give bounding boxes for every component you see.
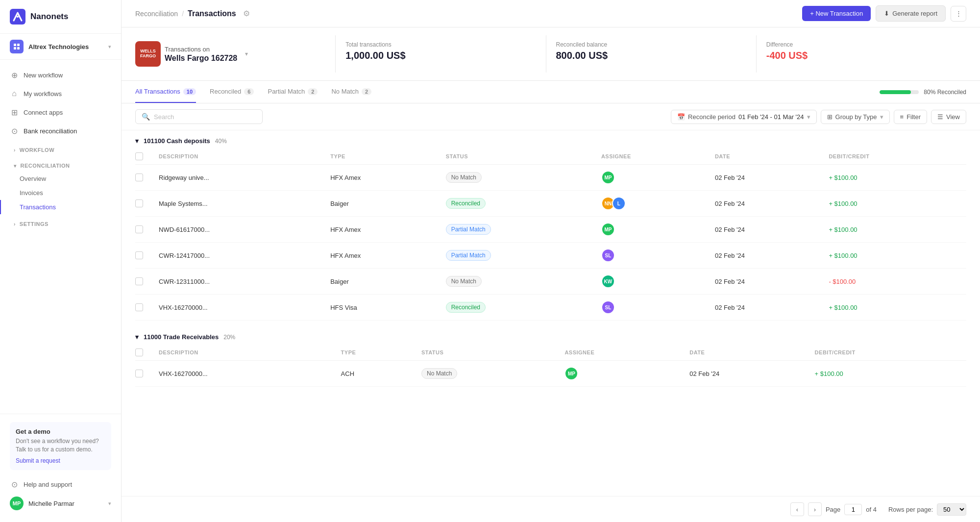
workflow-section: › WORKFLOW (0, 142, 121, 158)
table-row[interactable]: NWD-61617000... HFX Amex Partial Match M… (135, 217, 966, 243)
assignee-avatars: MP (601, 171, 703, 184)
group-chevron-icon: ▾ (135, 333, 139, 341)
debit-credit-header: DEBIT/CREDIT (823, 149, 966, 165)
workflow-section-header[interactable]: › WORKFLOW (0, 144, 121, 156)
workflow-section-label: WORKFLOW (20, 147, 54, 153)
sidebar-bottom: Get a demo Don't see a workflow you need… (0, 414, 121, 522)
row-checkbox[interactable] (135, 277, 143, 285)
table-header-row: DESCRIPTION TYPE STATUS ASSIGNEE DATE DE… (135, 345, 966, 361)
new-transaction-button[interactable]: + New Transaction (802, 6, 871, 21)
sidebar-item-my-workflows[interactable]: ⌂ My workflows (0, 84, 121, 103)
status-badge: No Match (421, 368, 457, 379)
row-checkbox[interactable] (135, 303, 143, 311)
pagination: ‹ › Page of 4 Rows per page: 50 25 100 (122, 496, 980, 522)
assignee-cell: MP (595, 165, 709, 191)
rows-per-page-select[interactable]: 50 25 100 (937, 503, 966, 516)
date-cell: 02 Feb '24 (709, 165, 823, 191)
reconciliation-section-header[interactable]: ▾ RECONCILIATION (0, 160, 121, 172)
settings-section-header[interactable]: › SETTINGS (0, 218, 121, 230)
reconcile-period-button[interactable]: 📅 Reconcile period 01 Feb '24 - 01 Mar '… (671, 110, 816, 124)
bank-dropdown[interactable]: WELLSFARGO Transactions on Wells Fargo 1… (135, 41, 248, 67)
reconciled-balance-card: Reconciled balance 800.00 US$ (546, 35, 757, 73)
next-page-button[interactable]: › (808, 502, 822, 516)
sidebar-logo: Nanonets (0, 0, 121, 34)
user-profile-item[interactable]: MP Michelle Parmar ▾ (10, 493, 111, 514)
date-header: DATE (684, 345, 808, 361)
status-cell: No Match (440, 269, 595, 295)
bank-logo-text: WELLSFARGO (140, 49, 156, 59)
description-cell: VHX-16270000... (153, 361, 335, 387)
progress-bar (880, 90, 919, 94)
sidebar-item-new-workflow[interactable]: ⊕ New workflow (0, 66, 121, 84)
table-container: ▾ 101100 Cash deposits 40% DESCRIPTION T… (122, 130, 980, 496)
select-all-checkbox[interactable] (135, 152, 143, 160)
group-cash-deposits[interactable]: ▾ 101100 Cash deposits 40% (135, 130, 966, 149)
table-row[interactable]: CWR-12417000... HFX Amex Partial Match S… (135, 243, 966, 269)
sidebar-item-transactions[interactable]: Transactions (0, 200, 121, 214)
help-icon: ⊙ (10, 480, 19, 489)
submit-request-link[interactable]: Submit a request (16, 457, 60, 464)
reconciled-progress: 80% Reconciled (880, 89, 966, 96)
description-header: DESCRIPTION (153, 345, 335, 361)
reconciliation-section-label: RECONCILIATION (21, 163, 70, 169)
header-actions: + New Transaction ⬇ Generate report ⋮ (802, 5, 966, 22)
svg-rect-2 (14, 44, 16, 46)
breadcrumb-parent[interactable]: Reconciliation (135, 10, 178, 18)
sidebar-item-label: My workflows (24, 90, 62, 98)
amount-value: + $100.00 (815, 370, 843, 377)
table-row[interactable]: CWR-12311000... Baiger No Match KW 02 Fe… (135, 269, 966, 295)
assignee-avatars: SL (601, 249, 703, 262)
row-checkbox[interactable] (135, 174, 143, 181)
row-checkbox[interactable] (135, 370, 143, 377)
total-transactions-card: Total transactions 1,000.00 US$ (336, 35, 546, 73)
help-and-support-item[interactable]: ⊙ Help and support (10, 476, 111, 493)
row-checkbox[interactable] (135, 225, 143, 233)
wells-fargo-logo: WELLSFARGO (135, 41, 161, 67)
nav-section: ⊕ New workflow ⌂ My workflows ⊞ Connect … (0, 64, 121, 142)
demo-title: Get a demo (16, 428, 105, 435)
type-cell: HFX Amex (324, 165, 440, 191)
table-header-row: DESCRIPTION TYPE STATUS ASSIGNEE DATE DE… (135, 149, 966, 165)
page-input[interactable] (844, 504, 862, 515)
view-button[interactable]: ☰ View (931, 110, 966, 124)
dropdown-chevron-icon: ▾ (245, 50, 248, 57)
sidebar-item-invoices[interactable]: Invoices (0, 186, 121, 200)
of-pages: of 4 (866, 506, 877, 513)
filter-button[interactable]: ≡ Filter (894, 110, 927, 124)
sidebar-item-connect-apps[interactable]: ⊞ Connect apps (0, 103, 121, 122)
status-cell: Reconciled (440, 191, 595, 217)
tab-no-match[interactable]: No Match 2 (331, 81, 371, 103)
home-icon: ⌂ (10, 89, 19, 98)
table-row[interactable]: Maple Systems... Baiger Reconciled NNL 0… (135, 191, 966, 217)
row-checkbox[interactable] (135, 199, 143, 207)
assignee-header: ASSIGNEE (595, 149, 709, 165)
difference-value: -400 US$ (766, 50, 956, 61)
assignee-avatars: MP (601, 223, 703, 236)
settings-icon[interactable]: ⚙ (243, 9, 250, 18)
tab-partial-match[interactable]: Partial Match 2 (268, 81, 318, 103)
sidebar-item-label: Bank reconciliation (24, 127, 77, 135)
table-row[interactable]: VHX-16270000... ACH No Match MP 02 Feb '… (135, 361, 966, 387)
sidebar-item-bank-reconciliation[interactable]: ⊙ Bank reconciliation (0, 122, 121, 140)
select-all-checkbox[interactable] (135, 348, 143, 356)
more-options-button[interactable]: ⋮ (951, 6, 966, 22)
assignee-cell: MP (559, 361, 684, 387)
group-by-type-button[interactable]: ⊞ Group by Type ▾ (821, 110, 890, 124)
tabs-bar: All Transactions 10 Reconciled 6 Partial… (122, 81, 980, 103)
avatar: SL (601, 300, 615, 314)
row-checkbox[interactable] (135, 251, 143, 259)
tab-reconciled[interactable]: Reconciled 6 (210, 81, 254, 103)
group-trade-receivables[interactable]: ▾ 11000 Trade Receivables 20% (135, 326, 966, 345)
table-row[interactable]: VHX-16270000... HFS Visa Reconciled SL 0… (135, 295, 966, 321)
tab-all-transactions[interactable]: All Transactions 10 (135, 81, 196, 103)
breadcrumb: Reconciliation / Transactions ⚙ (135, 9, 250, 18)
search-input[interactable] (154, 113, 256, 121)
description-header: DESCRIPTION (153, 149, 324, 165)
prev-page-button[interactable]: ‹ (790, 502, 804, 516)
search-box[interactable]: 🔍 (135, 109, 263, 124)
generate-report-button[interactable]: ⬇ Generate report (876, 5, 946, 22)
assignee-cell: SL (595, 295, 709, 321)
org-selector[interactable]: Altrex Technologies ▾ (0, 34, 121, 60)
sidebar-item-overview[interactable]: Overview (0, 172, 121, 186)
table-row[interactable]: Ridgeway unive... HFX Amex No Match MP 0… (135, 165, 966, 191)
